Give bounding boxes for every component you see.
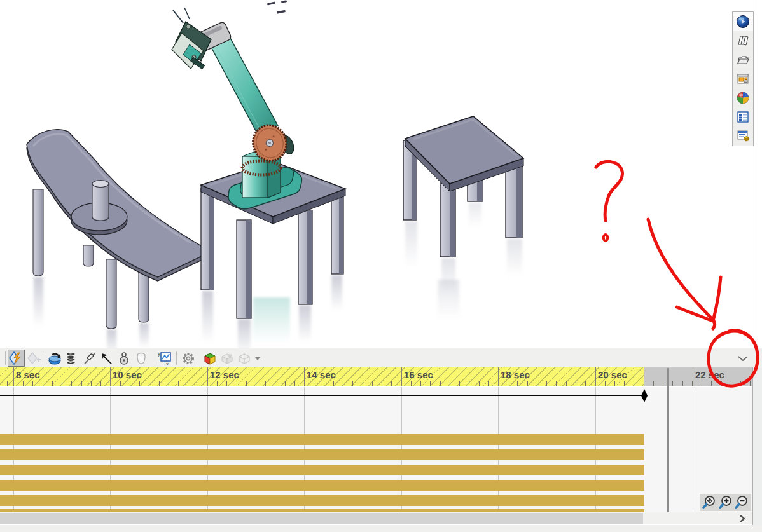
robot-end-effector (172, 8, 211, 69)
svg-text:x: x (166, 361, 169, 367)
ruler-minor-ticks (0, 381, 752, 386)
floating-debris (267, 0, 287, 13)
ruler-major-tick (304, 367, 305, 386)
playhead-marker[interactable] (667, 368, 669, 512)
track-bar[interactable] (0, 449, 644, 460)
ruler-label: 8 sec (16, 369, 40, 380)
ruler-label: 14 sec (307, 369, 336, 380)
results-and-plots-button[interactable]: y x (156, 350, 173, 367)
ruler-major-tick (13, 367, 14, 386)
timeline-zoom-out-button[interactable] (734, 495, 749, 510)
collapse-motionmanager-chevron[interactable] (735, 351, 751, 365)
track-bar[interactable] (0, 480, 644, 491)
add-key-button[interactable] (25, 350, 43, 367)
key-diamond-21sec[interactable] (641, 389, 648, 402)
ruler-label: 18 sec (501, 369, 530, 380)
toolbar-separator (176, 351, 177, 365)
forum-search-icon[interactable] (733, 126, 753, 146)
timeline-zoom-panel (700, 494, 751, 511)
toolbar-separator (153, 351, 153, 365)
timeline-canvas[interactable] (0, 387, 752, 512)
side-table[interactable] (403, 116, 523, 257)
task-pane-border (754, 0, 754, 348)
simulation-dropdown-button[interactable] (253, 350, 263, 367)
gravity-button[interactable] (115, 350, 132, 367)
timeline-horizontal-scrollbar[interactable] (0, 512, 752, 524)
force-button[interactable] (98, 350, 115, 367)
hscroll-thumb[interactable] (0, 513, 643, 524)
simulation-elements-button[interactable] (201, 350, 218, 367)
autokey-button[interactable] (8, 350, 25, 367)
graphics-viewport[interactable] (0, 0, 762, 348)
ruler-major-tick (401, 367, 402, 386)
hscroll-right-arrow[interactable] (736, 513, 749, 524)
ruler-major-tick (693, 367, 693, 386)
toolbar-separator (43, 351, 43, 365)
ruler-label: 20 sec (598, 369, 627, 380)
solidworks-resources-icon[interactable] (733, 12, 753, 31)
timebar-change-line (0, 395, 642, 396)
toolbar-separator (5, 351, 6, 365)
view-palette-icon[interactable] (733, 69, 753, 88)
ruler-label: 22 sec (695, 369, 724, 380)
ruler-label: 10 sec (113, 369, 142, 380)
track-bar[interactable] (0, 434, 644, 445)
ruler-label: 12 sec (210, 369, 239, 380)
ruler-label: 16 sec (404, 369, 433, 380)
track-bar[interactable] (0, 465, 644, 475)
ruler-major-tick (207, 367, 208, 386)
track-bar[interactable] (0, 495, 644, 506)
ruler-major-tick (498, 367, 499, 386)
svg-text:y: y (158, 351, 160, 357)
motion-study-properties-button[interactable] (179, 350, 197, 367)
spring-button[interactable] (64, 350, 81, 367)
ruler-major-tick (595, 367, 596, 386)
contact-button[interactable] (132, 350, 149, 367)
timeline-zoom-in-button[interactable] (718, 495, 733, 510)
robot-column (242, 156, 268, 198)
task-pane-tab-strip (732, 11, 754, 146)
design-library-icon[interactable] (733, 31, 753, 50)
custom-properties-icon[interactable] (733, 107, 753, 126)
file-explorer-icon[interactable] (733, 50, 753, 69)
timeline-ruler[interactable]: 8 sec 10 sec 12 sec 14 sec 16 sec 18 sec… (0, 367, 752, 386)
timeline-vertical-scrollbar[interactable] (752, 367, 762, 532)
simulation-option-2-button[interactable] (218, 350, 235, 367)
ruler-major-tick (110, 367, 111, 386)
motionmanager-toolbar: y x (0, 348, 762, 367)
toolbar-separator (198, 351, 198, 365)
simulation-option-3-button[interactable] (235, 350, 253, 367)
timeline-zoom-fit-button[interactable] (702, 495, 717, 510)
scene-3d (0, 0, 762, 348)
motor-button[interactable] (46, 350, 64, 367)
damper-button[interactable] (81, 350, 98, 367)
solidworks-window: y x (0, 0, 762, 532)
bottom-strip (0, 525, 762, 532)
grid-line (693, 387, 693, 512)
appearances-scenes-icon[interactable] (733, 88, 753, 107)
